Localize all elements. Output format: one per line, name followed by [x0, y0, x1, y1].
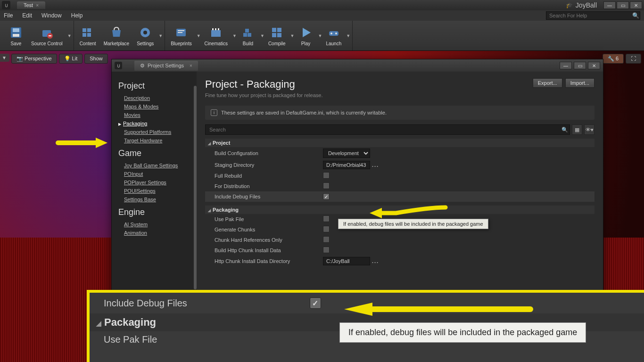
launch-icon — [326, 25, 341, 40]
ue-logo-icon: ᴜ — [115, 62, 122, 69]
maximize-button[interactable]: ▭ — [574, 62, 586, 69]
nav-poinput[interactable]: POInput — [118, 170, 190, 178]
minimize-button[interactable]: — — [560, 62, 572, 69]
menu-window[interactable]: Window — [41, 12, 62, 19]
eye-icon[interactable]: 👁▾ — [584, 124, 594, 135]
save-icon — [8, 25, 24, 40]
nav-settings-base[interactable]: Settings Base — [118, 195, 190, 204]
close-button[interactable]: ✕ — [630, 1, 642, 9]
nav-pouisettings[interactable]: POUISettings — [118, 187, 190, 195]
search-icon[interactable]: 🔍 — [632, 12, 639, 19]
http-dir-field[interactable]: C:/JoyBall — [323, 257, 370, 265]
project-settings-window: ᴜ ⚙ Project Settings × — ▭ ✕ Project Des… — [111, 59, 603, 295]
main-tab-label: Test — [24, 2, 33, 8]
chevron-down-icon[interactable]: ▼ — [290, 33, 295, 38]
svg-point-28 — [330, 33, 332, 34]
menu-file[interactable]: File — [4, 12, 13, 19]
build-icon — [240, 25, 256, 40]
svg-rect-9 — [87, 33, 91, 37]
compile-badge[interactable]: 🔧 6 — [603, 54, 624, 64]
build-http-checkbox[interactable] — [323, 247, 330, 253]
gen-chunks-checkbox[interactable] — [323, 226, 330, 232]
chevron-down-icon[interactable]: ▼ — [318, 33, 322, 38]
use-pak-checkbox[interactable] — [323, 215, 330, 222]
nav-supported-platforms[interactable]: Supported Platforms — [118, 128, 190, 136]
chevron-down-icon[interactable]: ▼ — [67, 33, 72, 38]
nav-ai-system[interactable]: AI System — [118, 220, 190, 229]
play-icon — [298, 25, 314, 40]
close-tab-icon[interactable]: × — [190, 63, 192, 68]
svg-rect-22 — [245, 29, 249, 33]
cinematics-button[interactable]: Cinematics — [201, 23, 231, 48]
menubar: File Edit Window Help 🔍 — [0, 10, 644, 21]
section-project[interactable]: Project — [205, 139, 594, 147]
for-distribution-checkbox[interactable] — [323, 182, 330, 189]
blueprints-button[interactable]: Blueprints — [167, 23, 195, 48]
minimize-button[interactable]: — — [603, 1, 616, 9]
svg-rect-25 — [272, 33, 276, 37]
maximize-button[interactable]: ▭ — [617, 1, 629, 9]
menu-edit[interactable]: Edit — [22, 12, 32, 19]
search-icon[interactable]: 🔍 — [560, 124, 570, 135]
play-button[interactable]: Play — [295, 23, 317, 48]
maximize-viewport-button[interactable]: ⛶ — [626, 54, 641, 64]
settings-button[interactable]: Settings — [133, 23, 157, 48]
blowup-include-debug: Include Debug Files — [90, 293, 644, 313]
close-button[interactable]: ✕ — [588, 62, 600, 69]
settings-search-input[interactable] — [205, 124, 570, 135]
build-button[interactable]: Build — [237, 23, 259, 48]
source-control-button[interactable]: Source Control — [27, 23, 66, 48]
staging-dir-field[interactable]: D:/PrimeOrbial43 — [323, 161, 370, 169]
launch-button[interactable]: Launch — [322, 23, 345, 48]
nav-movies[interactable]: Movies — [118, 111, 190, 119]
include-debug-checkbox[interactable] — [323, 193, 330, 200]
import-button[interactable]: Import... — [565, 78, 594, 88]
nav-section-project: Project — [118, 81, 190, 91]
source-control-icon — [39, 25, 54, 40]
svg-rect-14 — [178, 32, 182, 33]
compile-button[interactable]: Compile — [264, 23, 289, 48]
chunk-hard-checkbox[interactable] — [323, 236, 330, 243]
content-button[interactable]: Content — [76, 23, 100, 48]
svg-rect-8 — [83, 33, 86, 37]
nav-description[interactable]: Description — [118, 94, 190, 102]
browse-button[interactable]: ... — [372, 162, 379, 168]
full-rebuild-checkbox[interactable] — [323, 172, 330, 179]
lit-button[interactable]: 💡 Lit — [59, 54, 83, 64]
nav-section-game: Game — [118, 148, 190, 158]
page-subtitle: Fine tune how your project is packaged f… — [205, 92, 594, 98]
export-button[interactable]: Export... — [533, 78, 562, 88]
nav-animation[interactable]: Animation — [118, 229, 190, 237]
chevron-down-icon[interactable]: ▼ — [158, 33, 163, 38]
chevron-down-icon[interactable]: ▼ — [232, 33, 237, 38]
search-help: 🔍 — [546, 11, 640, 20]
menu-help[interactable]: Help — [71, 12, 83, 19]
nav-joyball-settings[interactable]: Joy Ball Game Settings — [118, 161, 190, 170]
browse-button[interactable]: ... — [372, 258, 379, 264]
build-config-select[interactable]: Development — [323, 148, 370, 158]
section-packaging[interactable]: Packaging — [205, 206, 594, 214]
close-tab-icon[interactable]: × — [36, 3, 39, 8]
grid-view-icon[interactable]: ▦ — [572, 124, 582, 135]
chevron-down-icon[interactable]: ▼ — [346, 33, 350, 38]
chevron-down-icon[interactable]: ▼ — [260, 33, 264, 38]
nav-poplayer[interactable]: POPlayer Settings — [118, 178, 190, 187]
perspective-button[interactable]: 📷 Perspective — [11, 54, 57, 64]
marketplace-button[interactable]: Marketplace — [100, 23, 133, 48]
cinematics-icon — [208, 25, 223, 40]
svg-rect-18 — [215, 28, 216, 30]
nav-target-hardware[interactable]: Target Hardware — [118, 136, 190, 145]
graduation-icon[interactable]: 🎓 — [566, 2, 573, 8]
row-staging-dir: Staging Directory D:/PrimeOrbial43... — [205, 159, 594, 171]
row-build-http: Build Http Chunk Install Data — [205, 245, 594, 255]
nav-packaging[interactable]: Packaging — [118, 119, 190, 128]
show-button[interactable]: Show — [84, 54, 108, 64]
search-help-input[interactable] — [546, 11, 640, 20]
svg-rect-21 — [248, 33, 251, 37]
blowup-tooltip: If enabled, debug files will be included… — [339, 322, 586, 343]
main-tab[interactable]: Test × — [17, 1, 45, 9]
save-button[interactable]: Save — [5, 23, 27, 48]
chevron-down-icon[interactable]: ▼ — [197, 33, 201, 38]
settings-tab[interactable]: ⚙ Project Settings × — [134, 61, 198, 71]
nav-maps-modes[interactable]: Maps & Modes — [118, 102, 190, 111]
